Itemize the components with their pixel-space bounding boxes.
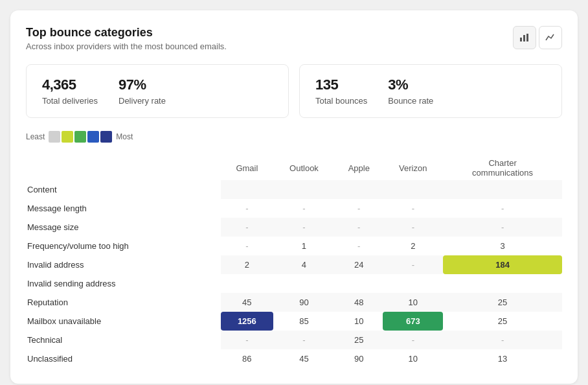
table-cell — [221, 180, 273, 199]
legend: Least Most — [26, 131, 562, 143]
table-cell: 86 — [221, 349, 273, 368]
dash-value: - — [245, 335, 248, 345]
legend-most-label: Most — [116, 132, 133, 141]
legend-color-1 — [49, 131, 60, 143]
legend-least-label: Least — [26, 132, 45, 141]
legend-color-5 — [100, 131, 112, 143]
table-cell: - — [383, 218, 443, 237]
row-label: Message size — [26, 218, 221, 237]
delivery-rate: 97% Delivery rate — [119, 76, 166, 106]
svg-rect-2 — [526, 34, 528, 41]
deliveries-label: Total deliveries — [42, 96, 98, 106]
bounces-value: 135 — [315, 76, 367, 93]
table-row: Technical--25-- — [26, 331, 562, 349]
table-cell: - — [221, 331, 273, 349]
col-header-gmail: Gmail — [221, 153, 273, 180]
table-row: Frequency/volume too high-1-23 — [26, 237, 562, 255]
total-bounces: 135 Total bounces — [315, 76, 367, 106]
table-cell: 90 — [273, 293, 335, 312]
dash-value: - — [302, 335, 305, 345]
table-cell: - — [335, 199, 383, 218]
table-cell — [383, 180, 443, 199]
col-header-empty — [26, 153, 221, 180]
legend-squares — [49, 131, 112, 143]
table-cell: 673 — [383, 312, 443, 331]
header: Top bounce categories Across inbox provi… — [26, 26, 562, 51]
table-cell: 10 — [383, 349, 443, 368]
dash-value: - — [357, 222, 360, 232]
table-cell: 1 — [273, 237, 335, 255]
delivery-rate-label: Delivery rate — [119, 96, 166, 106]
dash-value: - — [357, 204, 360, 213]
delivery-rate-value: 97% — [119, 76, 166, 93]
dash-value: - — [245, 222, 248, 232]
table-cell: 2 — [221, 255, 273, 274]
row-label: Mailbox unavailable — [26, 312, 221, 331]
stats-row: 4,365 Total deliveries 97% Delivery rate… — [26, 64, 562, 118]
table-cell — [221, 274, 273, 293]
legend-color-3 — [74, 131, 86, 143]
svg-rect-1 — [523, 35, 525, 41]
header-text: Top bounce categories Across inbox provi… — [26, 26, 227, 51]
table-cell — [443, 180, 562, 199]
row-label: Technical — [26, 331, 221, 349]
table-row: Content — [26, 180, 562, 199]
col-header-charter: Chartercommunications — [443, 153, 562, 180]
table-cell: 3 — [443, 237, 562, 255]
line-chart-icon — [545, 32, 556, 43]
dash-value: - — [245, 204, 248, 213]
table-cell: 184 — [443, 255, 562, 274]
bounce-rate-value: 3% — [388, 76, 433, 93]
data-table: Gmail Outlook Apple Verizon Chartercommu… — [26, 153, 562, 368]
table-cell: - — [443, 331, 562, 349]
row-label: Content — [26, 180, 221, 199]
chart-toggle — [513, 26, 562, 49]
legend-color-2 — [62, 131, 73, 143]
table-cell: - — [273, 218, 335, 237]
table-cell: - — [443, 199, 562, 218]
table-cell: 25 — [443, 312, 562, 331]
deliveries-value: 4,365 — [42, 76, 98, 93]
legend-color-4 — [87, 131, 99, 143]
table-cell: - — [443, 218, 562, 237]
table-cell — [335, 180, 383, 199]
dash-value: - — [501, 204, 504, 213]
table-cell: 25 — [335, 331, 383, 349]
col-header-apple: Apple — [335, 153, 383, 180]
table-row: Message size----- — [26, 218, 562, 237]
dash-value: - — [357, 241, 360, 251]
bounces-label: Total bounces — [315, 96, 367, 106]
table-cell: 2 — [383, 237, 443, 255]
table-cell: 10 — [383, 293, 443, 312]
col-header-outlook: Outlook — [273, 153, 335, 180]
bar-chart-button[interactable] — [513, 26, 536, 49]
table-cell: - — [273, 331, 335, 349]
dash-value: - — [412, 335, 414, 345]
bounces-stat-card: 135 Total bounces 3% Bounce rate — [299, 64, 562, 118]
bounce-rate-label: Bounce rate — [388, 96, 433, 106]
table-row: Unclassified8645901013 — [26, 349, 562, 368]
page-title: Top bounce categories — [26, 26, 227, 40]
table-cell: - — [335, 237, 383, 255]
table-row: Invalid address2424-184 — [26, 255, 562, 274]
dash-value: - — [501, 222, 504, 232]
table-cell — [383, 274, 443, 293]
table-cell: - — [221, 218, 273, 237]
total-deliveries: 4,365 Total deliveries — [42, 76, 98, 106]
table-cell: - — [221, 237, 273, 255]
dash-value: - — [302, 222, 305, 232]
dash-value: - — [245, 241, 248, 251]
table-cell: 45 — [273, 349, 335, 368]
table-cell: - — [221, 199, 273, 218]
table-cell — [335, 274, 383, 293]
row-label: Message length — [26, 199, 221, 218]
table-cell — [273, 180, 335, 199]
line-chart-button[interactable] — [539, 26, 562, 49]
row-label: Reputation — [26, 293, 221, 312]
row-label: Unclassified — [26, 349, 221, 368]
table-cell: 90 — [335, 349, 383, 368]
col-header-verizon: Verizon — [383, 153, 443, 180]
table-cell — [273, 274, 335, 293]
table-cell: 45 — [221, 293, 273, 312]
dash-value: - — [501, 335, 504, 345]
